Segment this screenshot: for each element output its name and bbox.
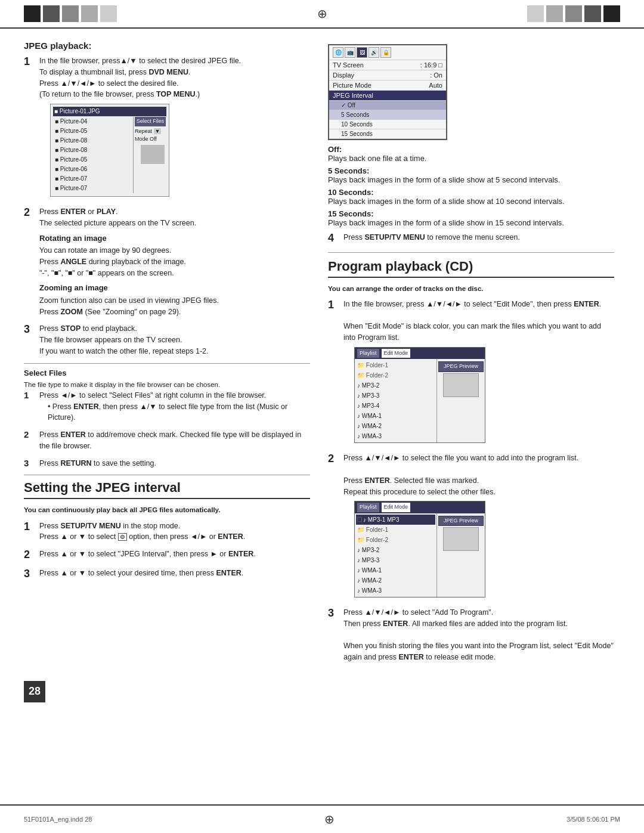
icon-globe: 🌐 [333, 47, 343, 58]
sj-step-3-number: 3 [24, 568, 35, 581]
pp-step-1-content: In the file browser, press ▲/▼/◄/► to se… [343, 299, 614, 447]
program-playback-title: Program playback (CD) [328, 259, 614, 278]
setting-jpeg-section: Setting the JPEG interval You can contin… [24, 480, 310, 580]
fb2-preview-area [443, 527, 479, 551]
sf-step-1-bullet: Press ENTER, then press ▲/▼ to select fi… [48, 401, 310, 424]
fifteen-sec-title: 15 Seconds: [328, 209, 374, 218]
header-block-2 [43, 5, 60, 22]
pp-step-1-number: 1 [328, 299, 339, 447]
off-title: Off: [328, 145, 342, 154]
fb2-tab-editmode: Edit Mode [382, 503, 411, 512]
setting-jpeg-title: Setting the JPEG interval [24, 480, 310, 499]
icon-lock: 🔒 [380, 47, 391, 58]
fb2-mp3-2: ♪ MP3-2 [356, 545, 435, 555]
mockup-file-selected: ■ Picture-01.JPG [54, 107, 100, 116]
rotating-text3: "-", "■", "■" or "■" appears on the scre… [39, 269, 174, 277]
ten-sec-section: 10 Seconds: Plays back images in the for… [328, 188, 614, 206]
step-3-note1: The file browser appears on the TV scree… [39, 336, 182, 344]
header-gradient-right [527, 5, 620, 22]
setting-jpeg-subtitle: You can continuously play back all JPEG … [24, 505, 310, 515]
step-3-number: 3 [24, 323, 35, 357]
opt-15sec-label: 15 Seconds [341, 131, 373, 137]
page-number: 28 [24, 681, 45, 702]
sj-step-1-number: 1 [24, 521, 35, 543]
fb1-header: Playlist Edit Mode [355, 348, 485, 360]
fb2-folder-1: 📁 Folder-1 [356, 525, 435, 535]
sj-step-1-content: Press SETUP/TV MENU in the stop mode. Pr… [39, 521, 310, 543]
header-rblock-3 [565, 5, 582, 22]
left-column: JPEG playback: 1 In the file browser, pr… [24, 41, 310, 669]
fb1-left: 📁 Folder-1 📁 Folder-2 ♪ MP3-2 ♪ MP3-3 ♪ … [355, 359, 437, 442]
jpeg-playback-title: JPEG playback: [24, 41, 310, 51]
header-rblock-2 [546, 5, 563, 22]
sj-step-3: 3 Press ▲ or ▼ to select your desired ti… [24, 568, 310, 581]
pp-step-2-content: Press ▲/▼/◄/► to select the file you wan… [343, 453, 614, 601]
sf-step-1-number: 1 [24, 390, 35, 423]
file-browser-mockup-1: ■ Picture-01.JPG ■ Picture-04 ■ Picture-… [50, 104, 169, 197]
fb2-wma-1: ♪ WMA-1 [356, 565, 435, 575]
program-subtitle: You can arrange the order of tracks on t… [328, 284, 614, 294]
select-files-text: The file type to make it display in the … [24, 380, 310, 390]
jpeg-interval-row: JPEG Interval [329, 91, 446, 101]
jpeg-interval-label: JPEG Interval [333, 92, 373, 99]
fb1-mp3-4: ♪ MP3-4 [356, 401, 435, 411]
step-1-note2: Press ▲/▼/◄/► to select the desired file… [39, 79, 179, 88]
picture-mode-label: Picture Mode [333, 82, 371, 89]
header-block-4 [81, 5, 98, 22]
fb2-left: ♪ MP3-1 MP3 📁 Folder-1 📁 Folder-2 ♪ MP3-… [355, 513, 437, 597]
page-number-area: 28 [0, 675, 644, 708]
five-sec-text: Plays back images in the form of a slide… [328, 175, 560, 184]
opt-15sec-row: 15 Seconds [329, 129, 446, 139]
picture-mode-value: Auto [429, 82, 442, 89]
sf-step-3-number: 3 [24, 458, 35, 469]
opt-off-label: ✓ Off [341, 102, 355, 109]
five-sec-title: 5 Seconds: [328, 166, 369, 175]
ten-sec-text: Plays back images in the form of a slide… [328, 197, 565, 206]
step-1-note3: (To return to the file browser, press TO… [39, 90, 200, 98]
sj-step-3-content: Press ▲ or ▼ to select your desired time… [39, 568, 310, 581]
rotating-text1: You can rotate an image by 90 degrees. [39, 246, 171, 255]
step-2-content: Press ENTER or PLAY. The selected pictur… [39, 206, 310, 317]
fb2-mp3-3: ♪ MP3-3 [356, 555, 435, 565]
opt-5sec-label: 5 Seconds [341, 112, 369, 118]
fb2-wma-3: ♪ WMA-3 [356, 586, 435, 596]
step-2-number: 2 [24, 206, 35, 317]
header-gradient-left [24, 5, 117, 22]
file-browser-2: Playlist Edit Mode ♪ MP3-1 MP3 📁 Folder-… [354, 501, 485, 597]
display-value: : On [430, 72, 442, 79]
fb2-check-mp3-1 [357, 517, 362, 522]
pp-step-2-number: 2 [328, 453, 339, 601]
display-label: Display [333, 72, 354, 79]
step-4: 4 Press SETUP/TV MENU to remove the menu… [328, 232, 614, 245]
display-row: Display : On [329, 70, 446, 80]
sj-step-1: 1 Press SETUP/TV MENU in the stop mode. … [24, 521, 310, 543]
header-rblock-4 [584, 5, 601, 22]
fb1-right: JPEG Preview [437, 359, 485, 442]
sj-step-2: 2 Press ▲ or ▼ to select "JPEG Interval"… [24, 549, 310, 562]
fifteen-sec-section: 15 Seconds: Plays back images in the for… [328, 209, 614, 227]
step-4-content: Press SETUP/TV MENU to remove the menu s… [343, 232, 614, 245]
sf-step-1-content: Press ◄/► to select "Select Files" at ri… [39, 390, 310, 423]
fb1-wma-2: ♪ WMA-2 [356, 421, 435, 431]
thumbnail [141, 145, 165, 164]
zooming-text1: Zoom function also can be used in viewin… [39, 296, 219, 305]
fifteen-sec-text: Plays back images in the form of a slide… [328, 218, 564, 227]
select-files-title: Select Files [24, 368, 310, 377]
pp-step-1: 1 In the file browser, press ▲/▼/◄/► to … [328, 299, 614, 447]
fb2-preview-label: JPEG Preview [438, 516, 484, 527]
fb1-folder-2: 📁 Folder-2 [356, 370, 435, 380]
step-4-number: 4 [328, 232, 339, 245]
fb1-tab-editmode: Edit Mode [382, 349, 411, 358]
zooming-title: Zooming an image [39, 282, 310, 294]
step-3-content: Press STOP to end playback. The file bro… [39, 323, 310, 357]
main-content: JPEG playback: 1 In the file browser, pr… [0, 29, 644, 669]
fb2-header: Playlist Edit Mode [355, 501, 485, 513]
fb2-body: ♪ MP3-1 MP3 📁 Folder-1 📁 Folder-2 ♪ MP3-… [355, 513, 485, 597]
program-playback-section: Program playback (CD) You can arrange th… [328, 259, 614, 663]
pp-step-3-number: 3 [328, 607, 339, 663]
opt-5sec-row: 5 Seconds [329, 110, 446, 120]
fb2-folder-2: 📁 Folder-2 [356, 535, 435, 545]
fb2-mp3-1: ♪ MP3-1 MP3 [356, 515, 435, 525]
step-3: 3 Press STOP to end playback. The file b… [24, 323, 310, 357]
five-sec-section: 5 Seconds: Plays back images in the form… [328, 166, 614, 184]
